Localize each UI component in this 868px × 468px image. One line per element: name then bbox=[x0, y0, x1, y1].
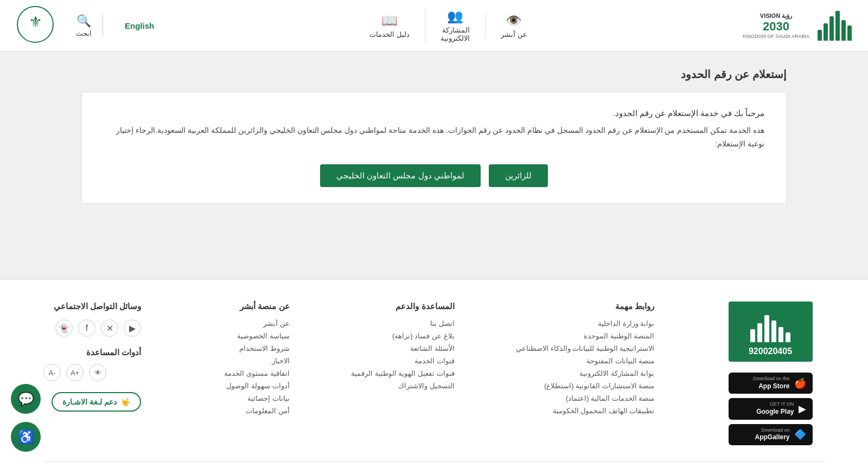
eye-tool-button[interactable]: 👁 bbox=[89, 364, 106, 381]
nav-item-about-absher[interactable]: 👁️ عن أبشر bbox=[485, 13, 542, 39]
tools-row: 👁 +A -A bbox=[43, 364, 141, 381]
nav-item-services-guide[interactable]: 📖 دليل الخدمات bbox=[354, 13, 425, 39]
footer-link-digital-identity[interactable]: قنوات تفعيل الهوية الوطنية الرقمية bbox=[351, 369, 454, 377]
footer-link-corruption[interactable]: بلاغ عن فساد (نزاهة) bbox=[351, 332, 454, 340]
app-store-text: Download on the App Store bbox=[753, 376, 790, 390]
page-title: إستعلام عن رقم الحدود bbox=[81, 68, 787, 81]
search-label: ابحث bbox=[76, 29, 92, 37]
footer-link-open-data[interactable]: منصة البيانات المفتوحة bbox=[516, 357, 654, 365]
main-nav: 📖 دليل الخدمات 👥 المشاركةالالكترونية 👁️ … bbox=[354, 9, 542, 42]
snapchat-icon[interactable]: 👻 bbox=[55, 319, 73, 337]
footer-help-list: اتصل بنا بلاغ عن فساد (نزاهة) الأسئلة ال… bbox=[351, 319, 454, 390]
footer-link-news[interactable]: الاخبار bbox=[203, 357, 290, 365]
welcome-text: مرحباً بك في خدمة الإستعلام عن رقم الحدو… bbox=[104, 108, 764, 118]
service-description: هذه الخدمة تمكن المستخدم من الإستعلام عن… bbox=[104, 124, 764, 151]
footer-link-faq[interactable]: الأسئلة الشائعة bbox=[351, 344, 454, 352]
google-play-badge[interactable]: ▶ GET IT ON Google Play bbox=[729, 398, 813, 419]
footer-logo-box: 920020405 bbox=[729, 302, 813, 362]
search-button[interactable]: 🔍 ابحث bbox=[65, 14, 103, 37]
app-badges: 🍎 Download on the App Store ▶ GET IT ON … bbox=[729, 373, 813, 445]
tools-title: أدوات المساعدة bbox=[43, 348, 141, 357]
gulf-citizens-button[interactable]: لمواطني دول مجلس التعاون الخليجي bbox=[320, 164, 481, 187]
footer-link-contact[interactable]: اتصل بنا bbox=[351, 319, 454, 328]
app-gallery-text: Download on AppGallery bbox=[755, 427, 789, 442]
footer-links-list: بوابة وزارة الداخلية المنصة الوطنية المو… bbox=[516, 319, 654, 415]
google-play-text: GET IT ON Google Play bbox=[756, 401, 794, 416]
social-icons-row: 👻 f ✕ ▶ bbox=[43, 319, 141, 337]
vision-2030-logo: VISION رؤية 2030 KINGDOM OF SAUDI ARABIA bbox=[743, 12, 809, 39]
footer-link-privacy[interactable]: سياسة الخصوصية bbox=[203, 332, 290, 340]
footer-link-interior[interactable]: بوابة وزارة الداخلية bbox=[516, 319, 654, 328]
footer-phone: 920020405 bbox=[749, 347, 792, 356]
accessibility-float-button[interactable]: ♿ bbox=[11, 422, 41, 452]
footer-brand: 920020405 🍎 Download on the App Store ▶ … bbox=[716, 302, 825, 445]
footer-link-legal[interactable]: منصة الاستشارات القانونية (استطلاع) bbox=[516, 382, 654, 390]
content-box: مرحباً بك في خدمة الإستعلام عن رقم الحدو… bbox=[81, 92, 787, 204]
main-content: إستعلام عن رقم الحدود مرحباً بك في خدمة … bbox=[0, 52, 868, 279]
app-gallery-badge[interactable]: 🔷 Download on AppGallery bbox=[729, 424, 813, 445]
footer-col-title-about: عن منصة أبشر bbox=[203, 302, 290, 311]
footer-link-statistics[interactable]: بيانات إحصائية bbox=[203, 394, 290, 402]
nav-label-about-absher: عن أبشر bbox=[501, 30, 527, 39]
footer-col-title-links: روابط مهمة bbox=[516, 302, 654, 311]
header-logos: VISION رؤية 2030 KINGDOM OF SAUDI ARABIA bbox=[743, 11, 852, 41]
footer-link-security[interactable]: أمن المعلومات bbox=[203, 407, 290, 415]
facebook-icon[interactable]: f bbox=[78, 319, 95, 337]
footer-link-eparticipation[interactable]: بوابة المشاركة الالكترونية bbox=[516, 369, 654, 377]
apple-icon: 🍎 bbox=[794, 377, 806, 389]
svg-text:⚜: ⚜ bbox=[29, 14, 42, 30]
google-play-icon: ▶ bbox=[799, 403, 806, 415]
app-store-badge[interactable]: 🍎 Download on the App Store bbox=[729, 373, 813, 394]
visitors-button[interactable]: للزائرين bbox=[489, 164, 548, 187]
font-decrease-button[interactable]: -A bbox=[43, 364, 61, 381]
footer-link-service-channels[interactable]: قنوات الخدمة bbox=[351, 357, 454, 365]
youtube-icon[interactable]: ▶ bbox=[124, 319, 141, 337]
nav-label-services-guide: دليل الخدمات bbox=[369, 30, 410, 39]
footer-col-important-links: روابط مهمة بوابة وزارة الداخلية المنصة ا… bbox=[516, 302, 654, 419]
action-buttons: لمواطني دول مجلس التعاون الخليجي للزائري… bbox=[104, 164, 764, 187]
header: ⚜ 🔍 ابحث English 📖 دليل الخدمات 👥 المشار… bbox=[0, 0, 868, 52]
footer-absher-logo bbox=[750, 312, 790, 342]
saudi-emblem: ⚜ bbox=[16, 5, 54, 46]
book-icon: 📖 bbox=[381, 13, 398, 28]
language-toggle[interactable]: English bbox=[114, 21, 154, 30]
footer-link-accessibility[interactable]: أدوات سهولة الوصول bbox=[203, 382, 290, 390]
nav-item-eParticipation[interactable]: 👥 المشاركةالالكترونية bbox=[425, 9, 485, 42]
footer-link-sla[interactable]: اتفاقية مستوى الخدمة bbox=[203, 369, 290, 377]
huawei-icon: 🔷 bbox=[794, 428, 806, 440]
twitter-x-icon[interactable]: ✕ bbox=[101, 319, 118, 337]
search-icon: 🔍 bbox=[76, 14, 91, 28]
footer-link-mobile[interactable]: تطبيقات الهاتف المحمول الحكومية bbox=[516, 407, 654, 415]
footer-col-title-help: المساعدة والدعم bbox=[351, 302, 454, 311]
footer-col-about: عن منصة أبشر عن أبشر سياسة الخصوصية شروط… bbox=[203, 302, 290, 419]
footer-link-national-platform[interactable]: المنصة الوطنية الموحدة bbox=[516, 332, 654, 340]
absher-logo bbox=[818, 11, 852, 41]
footer: 920020405 🍎 Download on the App Store ▶ … bbox=[0, 279, 868, 468]
footer-link-financial[interactable]: منصة الخدمات المالية (اعتماد) bbox=[516, 394, 654, 402]
header-left: ⚜ 🔍 ابحث English bbox=[16, 5, 154, 46]
footer-link-terms[interactable]: شروط الاستخدام bbox=[203, 344, 290, 352]
footer-link-data-strategy[interactable]: الاستراتيجية الوطنية للبيانات والذكاء ال… bbox=[516, 344, 654, 352]
sign-language-button[interactable]: 🤟 دعم لـغة الاشـارة bbox=[52, 392, 141, 412]
group-icon: 👥 bbox=[447, 9, 463, 24]
footer-bottom: جميع الحقوق محفوظة لأبشر، المملكة العربي… bbox=[43, 461, 825, 468]
chat-float-button[interactable]: 💬 bbox=[11, 384, 41, 414]
footer-about-list: عن أبشر سياسة الخصوصية شروط الاستخدام ال… bbox=[203, 319, 290, 415]
font-increase-button[interactable]: +A bbox=[66, 364, 84, 381]
eye-icon: 👁️ bbox=[506, 13, 522, 28]
footer-top: 920020405 🍎 Download on the App Store ▶ … bbox=[43, 302, 825, 445]
footer-social: وسائل التواصل الاجتماعي 👻 f ✕ ▶ أدوات ال… bbox=[43, 302, 141, 412]
sign-lang-icon: 🤟 bbox=[121, 398, 130, 406]
footer-link-register[interactable]: التسجيل والاشتراك bbox=[351, 382, 454, 390]
footer-link-about-absher[interactable]: عن أبشر bbox=[203, 319, 290, 328]
nav-label-eParticipation: المشاركةالالكترونية bbox=[441, 26, 470, 42]
footer-col-help: المساعدة والدعم اتصل بنا بلاغ عن فساد (ن… bbox=[351, 302, 454, 394]
footer-social-title: وسائل التواصل الاجتماعي bbox=[43, 302, 141, 311]
